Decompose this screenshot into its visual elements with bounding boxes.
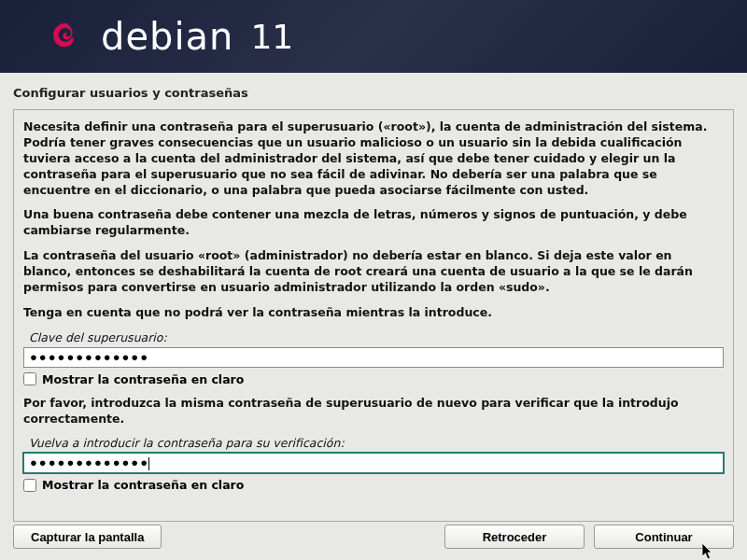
installer-header: debian 11 bbox=[0, 0, 747, 73]
screenshot-button[interactable]: Capturar la pantalla bbox=[13, 525, 162, 549]
continue-button[interactable]: Continuar bbox=[594, 525, 734, 549]
content-frame: Necesita definir una contraseña para el … bbox=[13, 109, 734, 522]
back-button[interactable]: Retroceder bbox=[444, 525, 585, 549]
page-title: Configurar usuarios y contraseñas bbox=[0, 73, 747, 109]
footer-buttons: Capturar la pantalla Retroceder Continua… bbox=[13, 525, 734, 549]
intro-paragraph-3: La contraseña del usuario «root» (admini… bbox=[23, 248, 724, 296]
intro-paragraph-2: Una buena contraseña debe contener una m… bbox=[23, 207, 724, 239]
debian-swirl-icon bbox=[47, 18, 84, 55]
confirm-prompt: Por favor, introduzca la misma contraseñ… bbox=[23, 396, 724, 427]
version-number: 11 bbox=[250, 18, 293, 56]
show-password-1-checkbox[interactable] bbox=[23, 372, 36, 385]
show-password-1-label: Mostrar la contraseña en claro bbox=[42, 372, 244, 386]
show-password-2-checkbox[interactable] bbox=[23, 479, 36, 492]
intro-paragraph-1: Necesita definir una contraseña para el … bbox=[23, 119, 724, 198]
root-password-input[interactable]: ●●●●●●●●●●●●● bbox=[23, 347, 724, 368]
root-password-label: Clave del superusuario: bbox=[29, 330, 724, 344]
confirm-password-label: Vuelva a introducir la contraseña para s… bbox=[29, 436, 724, 450]
intro-paragraph-4: Tenga en cuenta que no podrá ver la cont… bbox=[23, 305, 724, 321]
confirm-password-input[interactable]: ●●●●●●●●●●●●● bbox=[23, 453, 724, 473]
show-password-2-label: Mostrar la contraseña en claro bbox=[42, 478, 244, 492]
brand-name: debian bbox=[101, 15, 233, 58]
